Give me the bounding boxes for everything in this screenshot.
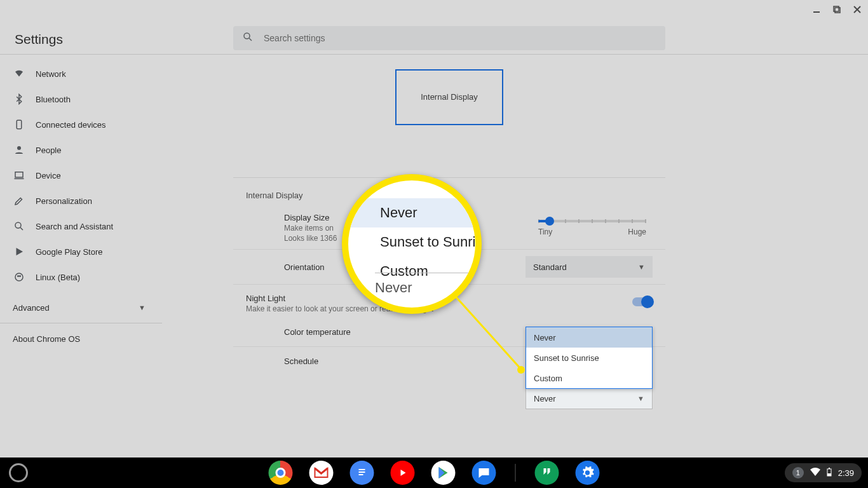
display-rect-label: Internal Display [421, 92, 478, 102]
sidebar-item-personalization[interactable]: Personalization [0, 188, 162, 214]
app-hangouts[interactable] [535, 461, 559, 485]
display-arrangement-area[interactable]: Internal Display [233, 55, 665, 178]
svg-rect-22 [827, 473, 831, 476]
night-light-title: Night Light [246, 294, 632, 303]
schedule-select[interactable]: Never ▼ [526, 388, 653, 409]
sidebar: Network Bluetooth Connected devices Peop… [0, 55, 162, 458]
battery-status-icon [827, 468, 832, 478]
sidebar-item-bluetooth[interactable]: Bluetooth [0, 86, 162, 112]
sidebar-separator [0, 323, 162, 323]
svg-line-1 [249, 38, 252, 41]
search-input[interactable] [264, 33, 656, 43]
schedule-option-custom[interactable]: Custom [526, 368, 652, 388]
orientation-value: Standard [533, 262, 567, 272]
main-content: Internal Display Internal Display Displa… [233, 55, 665, 458]
app-play-store[interactable] [431, 461, 456, 485]
sidebar-item-search-assistant[interactable]: Search and Assistant [0, 214, 162, 239]
svg-rect-9 [15, 172, 23, 177]
taskbar-divider [515, 464, 516, 482]
sidebar-advanced-toggle[interactable]: Advanced ▼ [0, 295, 162, 320]
schedule-label: Schedule [284, 356, 526, 366]
sidebar-item-network[interactable]: Network [0, 61, 162, 86]
svg-point-0 [244, 33, 250, 39]
schedule-option-never[interactable]: Never [526, 327, 652, 348]
taskbar-apps [269, 461, 600, 485]
svg-point-14 [18, 276, 19, 277]
display-size-slider-wrap: Tiny Huge [532, 220, 653, 236]
taskbar: 1 2:39 [0, 458, 868, 488]
about-label: About Chrome OS [13, 334, 80, 344]
display-size-title: Display Size [284, 213, 532, 222]
orientation-label: Orientation [284, 262, 526, 272]
svg-point-13 [15, 273, 23, 281]
app-youtube[interactable] [391, 461, 415, 485]
schedule-option-sunset[interactable]: Sunset to Sunrise [526, 348, 652, 368]
advanced-label: Advanced [13, 303, 50, 313]
sidebar-item-label: Linux (Beta) [36, 273, 80, 282]
section-title-internal-display: Internal Display [233, 178, 665, 207]
maximize-button[interactable] [832, 5, 841, 14]
phone-icon [13, 118, 25, 131]
display-size-sub1: Make items on [284, 224, 532, 233]
page-title: Settings [15, 32, 63, 47]
schedule-dropdown-menu[interactable]: Never Sunset to Sunrise Custom [526, 327, 653, 389]
search-icon [13, 220, 25, 233]
notification-badge[interactable]: 1 [792, 467, 804, 478]
slider-min-label: Tiny [538, 227, 552, 236]
row-display-size: Display Size Make items on Looks like 13… [233, 207, 665, 249]
svg-point-8 [17, 146, 21, 150]
sidebar-item-connected-devices[interactable]: Connected devices [0, 112, 162, 137]
chevron-down-icon: ▼ [139, 304, 146, 311]
schedule-select-value: Never [534, 394, 556, 403]
chevron-down-icon: ▼ [637, 395, 644, 402]
sidebar-about[interactable]: About Chrome OS [0, 326, 162, 351]
sidebar-item-people[interactable]: People [0, 137, 162, 163]
row-orientation: Orientation Standard ▼ [233, 249, 665, 284]
display-size-sub2: Looks like 1366 [284, 234, 532, 243]
sidebar-item-label: Device [36, 171, 61, 180]
svg-rect-3 [834, 6, 839, 11]
app-gmail[interactable] [309, 461, 334, 485]
sidebar-item-label: Bluetooth [36, 95, 71, 104]
display-size-slider[interactable] [538, 220, 646, 222]
sidebar-item-label: Google Play Store [36, 247, 103, 257]
app-chrome[interactable] [269, 461, 293, 485]
laptop-icon [13, 169, 25, 182]
svg-point-11 [15, 222, 21, 228]
wifi-status-icon [810, 468, 820, 478]
display-rect-internal[interactable]: Internal Display [395, 69, 503, 125]
window-controls [812, 5, 862, 14]
clock: 2:39 [838, 468, 854, 478]
brush-icon [13, 194, 25, 207]
night-light-toggle[interactable] [632, 297, 653, 306]
close-button[interactable] [853, 5, 862, 14]
bluetooth-icon [13, 93, 25, 105]
sidebar-item-label: People [36, 146, 61, 155]
svg-rect-21 [829, 468, 830, 469]
svg-rect-7 [17, 120, 22, 129]
sidebar-item-play-store[interactable]: Google Play Store [0, 239, 162, 264]
launcher-button[interactable] [9, 463, 28, 482]
chevron-down-icon: ▼ [638, 263, 645, 271]
sidebar-item-label: Search and Assistant [36, 222, 113, 231]
night-light-subtitle: Make it easier to look at your screen or… [246, 304, 632, 313]
app-docs[interactable] [350, 461, 374, 485]
search-box[interactable] [233, 26, 665, 50]
sidebar-item-device[interactable]: Device [0, 163, 162, 188]
wifi-icon [13, 67, 25, 80]
row-night-light: Night Light Make it easier to look at yo… [233, 284, 665, 317]
system-tray[interactable]: 1 2:39 [785, 463, 862, 482]
svg-rect-17 [359, 469, 365, 470]
color-temp-label: Color temperature [284, 327, 526, 337]
play-icon [13, 245, 25, 258]
header-bar: Settings [0, 0, 868, 55]
svg-rect-18 [359, 471, 365, 473]
app-messages[interactable] [472, 461, 496, 485]
orientation-select[interactable]: Standard ▼ [526, 256, 653, 278]
app-settings[interactable] [576, 461, 600, 485]
toggle-knob [641, 295, 654, 308]
slider-thumb[interactable] [545, 217, 554, 226]
sidebar-item-label: Personalization [36, 196, 92, 206]
sidebar-item-linux[interactable]: Linux (Beta) [0, 264, 162, 290]
minimize-button[interactable] [812, 5, 821, 14]
